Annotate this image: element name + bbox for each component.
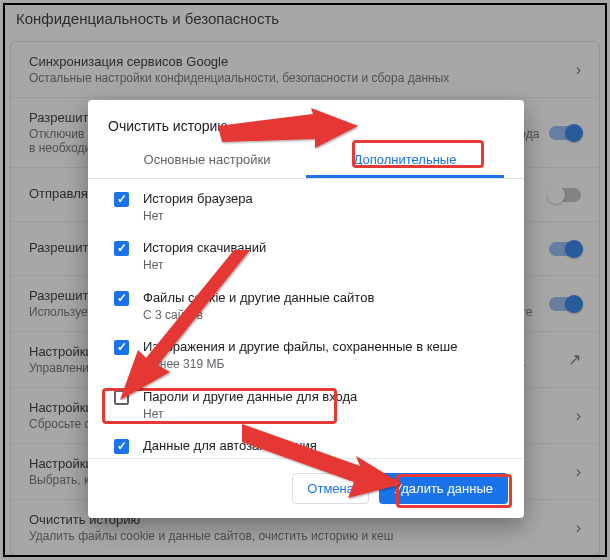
clear-data-option[interactable]: История браузераНет bbox=[108, 183, 518, 232]
checkbox[interactable] bbox=[114, 241, 129, 256]
clear-data-option[interactable]: Изображения и другие файлы, сохраненные … bbox=[108, 331, 518, 380]
option-sublabel: Нет bbox=[143, 258, 266, 274]
checkbox[interactable] bbox=[114, 192, 129, 207]
option-texts: Файлы cookie и другие данные сайтовС 3 с… bbox=[143, 290, 374, 323]
option-sublabel: Нет bbox=[143, 209, 253, 225]
option-sublabel: Менее 319 МБ bbox=[143, 357, 457, 373]
checkbox[interactable] bbox=[114, 291, 129, 306]
checkbox[interactable] bbox=[114, 439, 129, 454]
checkbox[interactable] bbox=[114, 390, 129, 405]
option-label: Файлы cookie и другие данные сайтов bbox=[143, 290, 374, 307]
checkbox[interactable] bbox=[114, 340, 129, 355]
option-texts: История скачиванийНет bbox=[143, 240, 266, 273]
option-sublabel: Нет bbox=[143, 456, 317, 458]
option-sublabel: С 3 сайтов bbox=[143, 308, 374, 324]
delete-data-button[interactable]: Удалить данные bbox=[379, 473, 508, 504]
option-texts: Пароли и другие данные для входаНет bbox=[143, 389, 357, 422]
clear-history-dialog: Очистить историю Основные настройки Допо… bbox=[88, 100, 524, 518]
option-texts: История браузераНет bbox=[143, 191, 253, 224]
option-label: Данные для автозаполнения bbox=[143, 438, 317, 455]
option-texts: Изображения и другие файлы, сохраненные … bbox=[143, 339, 457, 372]
option-label: История браузера bbox=[143, 191, 253, 208]
option-label: Изображения и другие файлы, сохраненные … bbox=[143, 339, 457, 356]
option-sublabel: Нет bbox=[143, 407, 357, 423]
dialog-tabs: Основные настройки Дополнительные bbox=[88, 144, 524, 179]
option-texts: Данные для автозаполненияНет bbox=[143, 438, 317, 458]
cancel-button[interactable]: Отмена bbox=[292, 473, 369, 504]
clear-data-option[interactable]: Файлы cookie и другие данные сайтовС 3 с… bbox=[108, 282, 518, 331]
clear-data-option[interactable]: История скачиванийНет bbox=[108, 232, 518, 281]
tab-advanced[interactable]: Дополнительные bbox=[306, 144, 504, 178]
option-label: Пароли и другие данные для входа bbox=[143, 389, 357, 406]
option-label: История скачиваний bbox=[143, 240, 266, 257]
clear-data-option[interactable]: Пароли и другие данные для входаНет bbox=[108, 381, 518, 430]
dialog-actions: Отмена Удалить данные bbox=[88, 458, 524, 518]
options-list[interactable]: История браузераНетИстория скачиванийНет… bbox=[88, 179, 524, 458]
dialog-title: Очистить историю bbox=[88, 100, 524, 144]
tab-basic[interactable]: Основные настройки bbox=[108, 144, 306, 178]
clear-data-option[interactable]: Данные для автозаполненияНет bbox=[108, 430, 518, 458]
